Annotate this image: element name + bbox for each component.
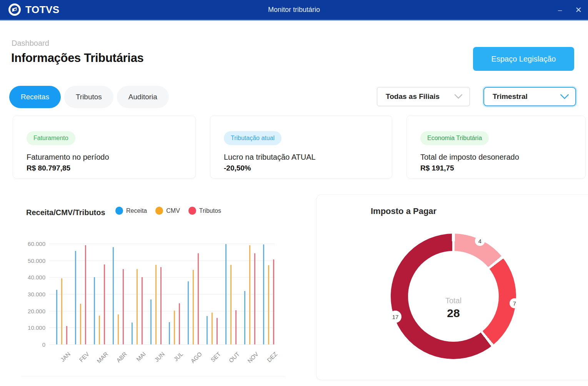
bar-tributos-fev xyxy=(85,245,86,344)
bar-receita-ago xyxy=(188,281,189,344)
bar-cmv-mar xyxy=(99,316,100,344)
bar-chart-title: Receita/CMV/Tributos xyxy=(26,208,105,217)
period-select-value: Trimestral xyxy=(493,92,528,101)
y-axis-tick: 10.000 xyxy=(22,324,45,331)
donut-total-value: 28 xyxy=(408,307,499,320)
bar-tributos-mai xyxy=(142,277,143,344)
kpi-label: Faturamento no período xyxy=(27,153,182,162)
bar-receita-fev xyxy=(75,251,76,344)
bar-tributos-jan xyxy=(66,326,67,344)
legend-dot-cmv xyxy=(155,207,163,215)
legend-dot-tributos xyxy=(188,207,196,215)
divider xyxy=(21,376,285,376)
bar-cmv-dez xyxy=(268,265,269,344)
bar-cmv-fev xyxy=(80,304,81,344)
bar-tributos-set xyxy=(217,318,218,344)
tab-tributos[interactable]: Tributos xyxy=(64,86,113,108)
bar-receita-mar xyxy=(94,277,95,344)
kpi-value: R$ 80.797,85 xyxy=(27,164,182,172)
imposto-a-pagar-card: Imposto a Pagar Total 28 4717 xyxy=(316,194,588,380)
tab-bar: Receitas Tributos Auditoria xyxy=(9,86,169,108)
x-axis-tick: DEZ xyxy=(257,351,278,371)
kpi-value: -20,50% xyxy=(224,164,378,172)
gridline xyxy=(49,294,275,294)
bar-receita-nov xyxy=(244,291,245,344)
branch-select-value: Todas as Filiais xyxy=(386,92,440,101)
bar-cmv-jan xyxy=(61,278,62,345)
close-icon[interactable]: ✕ xyxy=(575,6,582,14)
kpi-value: R$ 191,75 xyxy=(420,164,572,172)
app-window: TOTVS Monitor tributário – ✕ Dashboard I… xyxy=(0,0,588,386)
y-axis-tick: 40.000 xyxy=(22,274,45,281)
bar-receita-jun xyxy=(150,299,152,344)
bar-cmv-set xyxy=(212,312,213,344)
bar-chart-legend: Receita CMV Tributos xyxy=(115,207,221,215)
x-axis-tick: MAI xyxy=(126,351,147,371)
bar-cmv-abr xyxy=(118,314,119,344)
page-title: Informações Tributárias xyxy=(11,51,144,65)
x-axis-tick: JUL xyxy=(163,351,184,371)
legend-item-receita: Receita xyxy=(115,207,147,215)
chevron-down-icon xyxy=(560,94,569,100)
gridline xyxy=(49,328,275,328)
x-axis-tick: FEV xyxy=(69,351,90,371)
donut-center: Total 28 xyxy=(408,296,499,320)
x-axis-tick: NOV xyxy=(239,351,260,371)
y-axis-tick: 20.000 xyxy=(22,307,45,314)
x-axis-tick: OUT xyxy=(220,351,241,371)
kpi-label: Lucro na tributação ATUAL xyxy=(224,153,378,162)
bar-tributos-jul xyxy=(179,303,180,344)
y-axis-tick: 60.000 xyxy=(22,241,45,247)
kpi-card-tributacao: Tributação atual Lucro na tributação ATU… xyxy=(210,115,392,179)
bar-receita-abr xyxy=(113,247,114,344)
status-badge: Faturamento xyxy=(27,131,75,145)
y-axis-tick: 30.000 xyxy=(22,291,45,297)
tab-auditoria[interactable]: Auditoria xyxy=(117,86,169,108)
donut-slice-label: 17 xyxy=(389,311,401,323)
bar-tributos-jun xyxy=(160,267,162,344)
espaco-legislacao-button[interactable]: Espaço Legislação xyxy=(473,47,574,71)
kpi-card-economia: Economia Tributária Total de imposto des… xyxy=(406,115,586,179)
x-axis-tick: JUN xyxy=(145,351,165,371)
window-controls: – ✕ xyxy=(558,0,582,19)
bar-cmv-jun xyxy=(155,265,157,344)
x-axis-tick: SET xyxy=(201,351,222,371)
bar-cmv-ago xyxy=(193,270,194,344)
donut-total-label: Total xyxy=(408,296,499,305)
x-axis-tick: JAN xyxy=(51,351,72,371)
y-axis-tick: 0 xyxy=(22,341,45,348)
bar-tributos-ago xyxy=(198,253,199,344)
bar-cmv-jul xyxy=(174,311,175,344)
gridline xyxy=(49,344,275,345)
kpi-card-faturamento: Faturamento Faturamento no período R$ 80… xyxy=(13,115,196,179)
bar-cmv-out xyxy=(230,265,232,344)
title-bar: TOTVS Monitor tributário – ✕ xyxy=(0,0,588,20)
bar-receita-set xyxy=(207,316,208,344)
gridline xyxy=(49,261,275,261)
totvs-logo-icon xyxy=(8,3,22,17)
tab-receitas[interactable]: Receitas xyxy=(9,86,61,108)
donut-slice-label: 7 xyxy=(510,298,520,308)
period-select[interactable]: Trimestral xyxy=(483,87,576,106)
bar-receita-jan xyxy=(56,290,57,344)
gridline xyxy=(49,244,275,244)
brand-name: TOTVS xyxy=(25,4,60,16)
bar-cmv-nov xyxy=(249,245,250,344)
branch-select[interactable]: Todas as Filiais xyxy=(377,87,470,106)
legend-dot-receita xyxy=(115,207,123,215)
x-axis-tick: AGO xyxy=(182,351,203,371)
bar-receita-out xyxy=(225,244,227,344)
legend-item-tributos: Tributos xyxy=(188,207,221,215)
x-axis-tick: ABR xyxy=(107,351,128,371)
gridline xyxy=(49,311,275,311)
y-axis-tick: 50.000 xyxy=(22,257,45,264)
status-badge: Economia Tributária xyxy=(420,131,489,145)
chevron-down-icon xyxy=(454,94,463,99)
window-title: Monitor tributário xyxy=(0,6,588,14)
minimize-icon[interactable]: – xyxy=(558,6,562,13)
bar-cmv-mai xyxy=(137,269,138,344)
bar-tributos-abr xyxy=(123,269,124,344)
breadcrumb: Dashboard xyxy=(12,39,49,48)
bar-receita-jul xyxy=(169,322,170,344)
bar-tributos-out xyxy=(235,310,237,344)
